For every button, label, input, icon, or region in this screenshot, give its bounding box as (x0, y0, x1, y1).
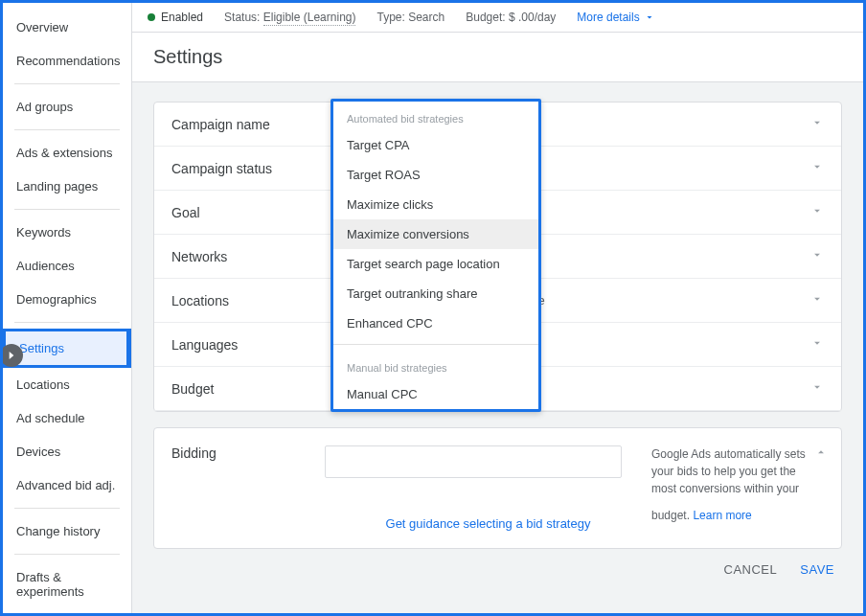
cancel-button[interactable]: CANCEL (724, 562, 778, 577)
more-details-link[interactable]: More details (577, 11, 654, 24)
sidebar-separator (14, 83, 120, 84)
app-frame: Overview Recommendations Ad groups Ads &… (0, 0, 866, 616)
budget-field: Budget: $ .00/day (466, 11, 556, 24)
bidding-card: Bidding Get guidance selecting a bid str… (153, 427, 842, 549)
sidebar-item-change-history[interactable]: Change history (3, 514, 131, 548)
sidebar-item-recommendations[interactable]: Recommendations (3, 44, 131, 78)
sidebar-separator (14, 554, 120, 555)
dropdown-separator (333, 344, 538, 345)
bid-strategy-select[interactable] (325, 445, 622, 478)
sidebar: Overview Recommendations Ad groups Ads &… (3, 3, 132, 613)
budget-value: $ .00/day (509, 11, 556, 24)
status-dot-icon (148, 13, 155, 21)
dd-manual-cpc[interactable]: Manual CPC (333, 379, 538, 409)
chevron-down-icon (810, 336, 824, 353)
sidebar-item-settings[interactable]: Settings (6, 331, 128, 365)
dd-enhanced-cpc[interactable]: Enhanced CPC (333, 308, 538, 338)
dd-maximize-conversions[interactable]: Maximize conversions (333, 219, 538, 249)
bid-guidance-link[interactable]: Get guidance selecting a bid strategy (386, 516, 591, 531)
sidebar-separator (14, 508, 120, 509)
sidebar-item-audiences[interactable]: Audiences (3, 249, 131, 283)
sidebar-item-landing-pages[interactable]: Landing pages (3, 170, 131, 203)
bidding-label: Bidding (171, 445, 325, 531)
settings-panel: Campaign name Campaign status Goal Netwo… (153, 102, 842, 412)
chevron-down-icon (810, 204, 824, 220)
status-value[interactable]: Eligible (Learning) (263, 11, 356, 26)
sidebar-item-advanced-bid-adj[interactable]: Advanced bid adj. (3, 468, 131, 502)
sidebar-item-drafts-experiments[interactable]: Drafts & experiments (3, 560, 131, 608)
enabled-label: Enabled (161, 11, 203, 24)
dd-target-roas[interactable]: Target ROAS (333, 160, 538, 190)
dd-target-cpa[interactable]: Target CPA (333, 130, 538, 160)
chevron-up-icon[interactable] (814, 445, 828, 464)
bidding-help-panel: Google Ads automatically sets your bids … (651, 445, 824, 531)
bidding-actions: CANCEL SAVE (153, 549, 842, 581)
status-field: Status: Eligible (Learning) (224, 11, 355, 24)
sidebar-item-keywords[interactable]: Keywords (3, 216, 131, 249)
sidebar-separator (14, 129, 120, 130)
campaign-enabled-indicator[interactable]: Enabled (148, 11, 203, 24)
status-bar: Enabled Status: Eligible (Learning) Type… (132, 3, 863, 33)
chevron-down-icon (810, 380, 824, 397)
chevron-down-icon (810, 160, 824, 176)
dd-target-outranking-share[interactable]: Target outranking share (333, 279, 538, 308)
sidebar-item-ad-groups[interactable]: Ad groups (3, 90, 131, 124)
sidebar-item-ad-schedule[interactable]: Ad schedule (3, 401, 131, 435)
type-value: Search (408, 11, 444, 24)
chevron-down-icon (810, 248, 824, 264)
settings-content: Campaign name Campaign status Goal Netwo… (132, 82, 863, 613)
chevron-down-icon (810, 292, 824, 308)
chevron-down-icon (644, 11, 655, 23)
sidebar-item-overview[interactable]: Overview (3, 11, 131, 44)
sidebar-separator (14, 322, 120, 323)
dd-maximize-clicks[interactable]: Maximize clicks (333, 190, 538, 219)
sidebar-separator (14, 209, 120, 210)
chevron-down-icon (810, 116, 824, 132)
dd-target-search-page-location[interactable]: Target search page location (333, 249, 538, 279)
dropdown-section-manual: Manual bid strategies (333, 351, 538, 379)
sidebar-item-demographics[interactable]: Demographics (3, 283, 131, 316)
dropdown-section-automated: Automated bid strategies (333, 102, 538, 130)
learn-more-link[interactable]: Learn more (693, 507, 751, 524)
type-field: Type: Search (376, 11, 444, 24)
main-area: Enabled Status: Eligible (Learning) Type… (132, 3, 863, 613)
bid-strategy-dropdown[interactable]: Automated bid strategies Target CPA Targ… (330, 99, 541, 412)
save-button[interactable]: SAVE (800, 562, 834, 577)
sidebar-item-locations[interactable]: Locations (3, 368, 131, 401)
sidebar-item-ads-extensions[interactable]: Ads & extensions (3, 136, 131, 170)
page-title: Settings (132, 33, 863, 82)
sidebar-item-devices[interactable]: Devices (3, 435, 131, 468)
